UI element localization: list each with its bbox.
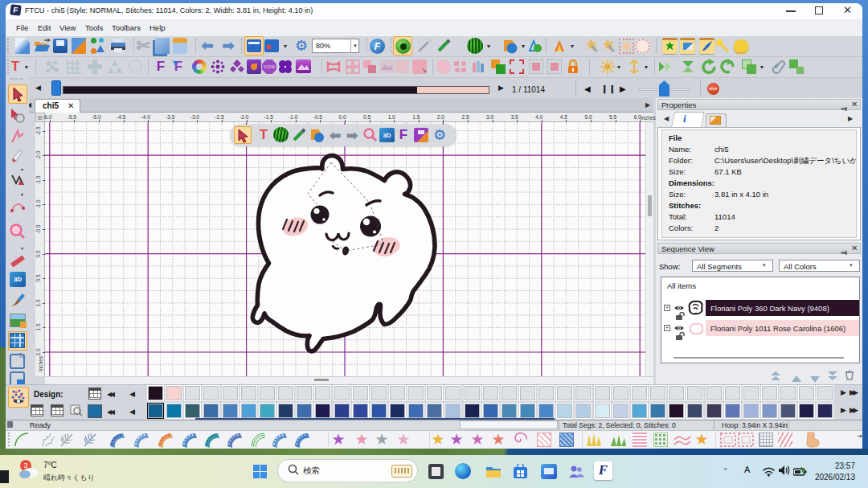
- svg-text:3: 3: [23, 461, 27, 470]
